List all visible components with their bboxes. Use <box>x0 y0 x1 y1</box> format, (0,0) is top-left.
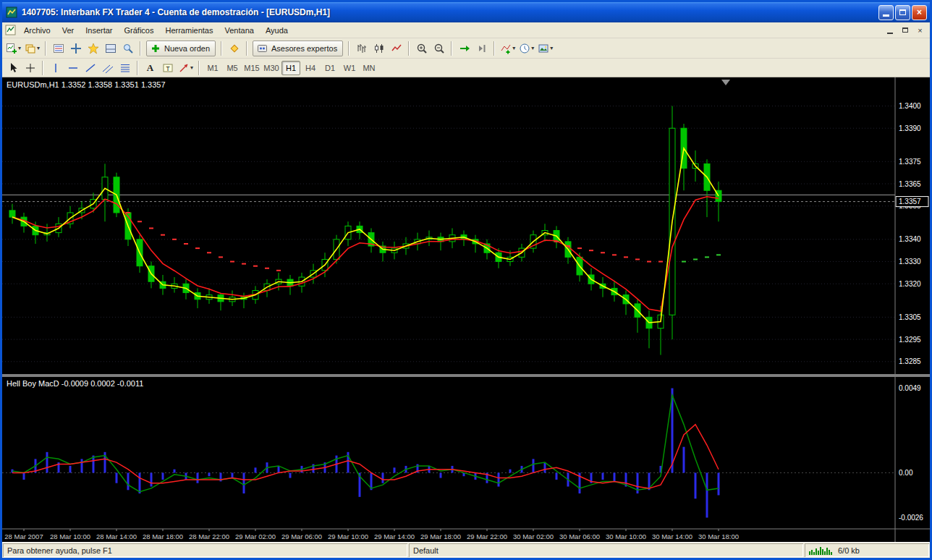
text-label-tool-button[interactable]: T <box>159 60 176 76</box>
menubar: Archivo Ver Insertar Gráficos Herramient… <box>2 22 930 38</box>
svg-text:29 Mar 22:00: 29 Mar 22:00 <box>467 533 507 540</box>
chart-shift-button[interactable] <box>473 41 490 56</box>
expert-advisors-button[interactable]: Asesores expertos <box>253 41 343 56</box>
menu-archivo[interactable]: Archivo <box>18 24 56 37</box>
periods-button[interactable]: ▾ <box>517 41 535 56</box>
svg-text:30 Mar 06:00: 30 Mar 06:00 <box>559 533 600 540</box>
vertical-line-button[interactable] <box>47 60 64 76</box>
svg-text:29 Mar 06:00: 29 Mar 06:00 <box>281 533 322 540</box>
svg-text:0.00: 0.00 <box>899 469 913 477</box>
menu-ver[interactable]: Ver <box>56 24 80 37</box>
traffic-label: 6/0 kb <box>838 546 860 555</box>
svg-text:1.3400: 1.3400 <box>899 102 921 110</box>
candlestick-chart-button[interactable] <box>370 41 387 56</box>
standard-toolbar: ▾ ▾ Nueva orden <box>2 38 930 59</box>
menu-graficos[interactable]: Gráficos <box>119 24 160 37</box>
app-icon <box>5 6 18 19</box>
svg-text:1.3365: 1.3365 <box>899 180 921 188</box>
status-connection: 6/0 kb <box>805 543 929 557</box>
statusbar: Para obtener ayuda, pulse F1 Default 6/0… <box>2 542 930 558</box>
svg-text:1.3330: 1.3330 <box>899 258 921 266</box>
chart-canvas[interactable]: 1.34001.33901.33751.33651.33551.33401.33… <box>2 77 930 542</box>
child-restore-button[interactable] <box>898 24 912 36</box>
chart-document-icon <box>4 25 17 36</box>
child-close-button[interactable]: × <box>913 24 927 36</box>
fibonacci-button[interactable] <box>116 60 133 76</box>
timeframe-h1-button[interactable]: H1 <box>281 61 300 75</box>
svg-text:30 Mar 18:00: 30 Mar 18:00 <box>698 533 739 540</box>
svg-text:1.3295: 1.3295 <box>899 336 921 344</box>
timeframe-w1-button[interactable]: W1 <box>340 61 359 75</box>
robot-icon <box>257 43 268 54</box>
status-help-text: Para obtener ayuda, pulse F1 <box>3 543 407 557</box>
menu-insertar[interactable]: Insertar <box>80 24 118 37</box>
svg-text:28 Mar 10:00: 28 Mar 10:00 <box>50 533 90 540</box>
timeframe-m30-button[interactable]: M30 <box>262 61 281 75</box>
zoom-out-button[interactable] <box>431 41 447 56</box>
svg-text:1.3285: 1.3285 <box>899 357 921 365</box>
strategy-tester-button[interactable] <box>119 41 136 56</box>
timeframe-m1-button[interactable]: M1 <box>203 61 222 75</box>
horizontal-line-button[interactable] <box>64 60 81 76</box>
titlebar[interactable]: 1407705: Interbank FX Trader 4 - Cuenta … <box>2 2 930 22</box>
channel-button[interactable] <box>99 60 116 76</box>
svg-text:28 Mar 14:00: 28 Mar 14:00 <box>96 533 137 540</box>
zoom-in-button[interactable] <box>413 41 430 56</box>
new-chart-button[interactable]: ▾ <box>4 41 22 56</box>
timeframe-mn-button[interactable]: MN <box>360 61 378 75</box>
navigator-button[interactable] <box>85 41 101 56</box>
restore-button[interactable] <box>895 5 910 20</box>
svg-text:28 Mar 2007: 28 Mar 2007 <box>4 533 43 540</box>
trendline-button[interactable] <box>82 60 98 76</box>
menu-herramientas[interactable]: Herramientas <box>159 24 219 37</box>
svg-text:30 Mar 02:00: 30 Mar 02:00 <box>513 533 554 540</box>
templates-button[interactable]: ▾ <box>536 41 554 56</box>
svg-text:1.3320: 1.3320 <box>899 280 921 288</box>
close-button[interactable]: × <box>912 5 927 20</box>
child-minimize-button[interactable] <box>883 24 897 36</box>
timeframe-m15-button[interactable]: M15 <box>242 61 261 75</box>
timeframe-h4-button[interactable]: H4 <box>301 61 320 75</box>
profiles-button[interactable]: ▾ <box>23 41 41 56</box>
svg-text:28 Mar 22:00: 28 Mar 22:00 <box>189 533 229 540</box>
svg-text:29 Mar 14:00: 29 Mar 14:00 <box>374 533 415 540</box>
app-window: 1407705: Interbank FX Trader 4 - Cuenta … <box>0 0 932 560</box>
svg-text:29 Mar 18:00: 29 Mar 18:00 <box>420 533 461 540</box>
svg-text:1.3375: 1.3375 <box>899 158 921 166</box>
drawing-toolbar: A T ▾ M1 M5 M15 M30 H1 H4 D1 W1 MN <box>2 59 930 77</box>
text-tool-button[interactable]: A <box>142 60 158 76</box>
svg-text:0.0049: 0.0049 <box>899 384 921 392</box>
window-title: 1407705: Interbank FX Trader 4 - Cuenta … <box>22 7 875 17</box>
svg-text:1.3340: 1.3340 <box>899 235 921 243</box>
menu-ayuda[interactable]: Ayuda <box>260 24 294 37</box>
terminal-button[interactable] <box>102 41 119 56</box>
new-order-button[interactable]: Nueva orden <box>146 41 216 56</box>
arrows-tool-button[interactable]: ▾ <box>177 60 195 76</box>
connection-status-icon <box>809 546 834 555</box>
line-chart-button[interactable] <box>388 41 404 56</box>
svg-text:29 Mar 10:00: 29 Mar 10:00 <box>328 533 368 540</box>
crosshair-button[interactable] <box>22 60 38 76</box>
plus-icon <box>151 43 161 54</box>
status-profile[interactable]: Default <box>409 543 803 557</box>
svg-text:1.3357: 1.3357 <box>899 198 921 205</box>
timeframe-m5-button[interactable]: M5 <box>223 61 242 75</box>
svg-text:-0.0026: -0.0026 <box>899 514 923 522</box>
cursor-button[interactable] <box>4 60 21 76</box>
svg-text:1.3305: 1.3305 <box>899 313 921 321</box>
price-chart-window[interactable]: 1.34001.33901.33751.33651.33551.33401.33… <box>2 77 930 542</box>
svg-text:30 Mar 10:00: 30 Mar 10:00 <box>606 533 646 540</box>
timeframe-d1-button[interactable]: D1 <box>321 61 339 75</box>
svg-text:30 Mar 14:00: 30 Mar 14:00 <box>652 533 692 540</box>
indicators-button[interactable]: ▾ <box>499 41 517 56</box>
svg-text:EURUSDm,H1 1.3352 1.3358 1.3: EURUSDm,H1 1.3352 1.3358 1.3351 1.3357 <box>7 80 166 89</box>
svg-text:T: T <box>166 64 170 72</box>
svg-text:29 Mar 02:00: 29 Mar 02:00 <box>235 533 276 540</box>
market-watch-button[interactable] <box>50 41 67 56</box>
bar-chart-button[interactable] <box>353 41 370 56</box>
menu-ventana[interactable]: Ventana <box>219 24 260 37</box>
data-window-button[interactable] <box>67 41 84 56</box>
minimize-button[interactable] <box>878 5 894 20</box>
metaeditor-button[interactable] <box>226 41 242 56</box>
auto-scroll-button[interactable] <box>456 41 473 56</box>
